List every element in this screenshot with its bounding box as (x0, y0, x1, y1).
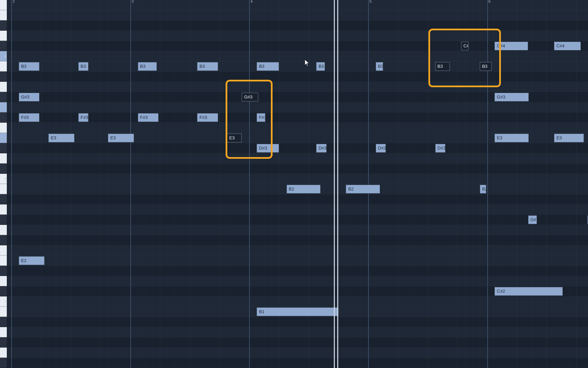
piano-key[interactable] (0, 348, 7, 358)
midi-note[interactable]: B2 (287, 185, 321, 194)
midi-note[interactable]: B3 (197, 62, 218, 71)
piano-key[interactable] (0, 31, 7, 41)
midi-note[interactable]: D#3 (435, 144, 446, 153)
midi-note[interactable]: B3 (316, 62, 325, 71)
grid-row[interactable] (7, 327, 588, 337)
piano-key[interactable] (0, 317, 7, 327)
grid-row[interactable] (7, 235, 588, 245)
midi-note[interactable]: B3 (78, 62, 89, 71)
piano-key[interactable] (0, 10, 7, 20)
piano-key[interactable] (0, 41, 7, 51)
note-grid[interactable]: 23456B3B3B3B3B3B3B3B3B3C#C#4C#4G#3G#3G#3… (7, 0, 588, 368)
piano-key[interactable] (0, 307, 7, 317)
piano-key[interactable] (0, 102, 7, 112)
grid-row[interactable] (7, 337, 588, 348)
grid-row[interactable] (7, 204, 588, 215)
midi-note[interactable]: B2 (480, 185, 487, 194)
piano-key[interactable] (0, 133, 7, 143)
piano-key[interactable] (0, 204, 7, 215)
grid-row[interactable] (7, 102, 588, 112)
midi-note[interactable]: D#3 (257, 144, 279, 153)
piano-key[interactable] (0, 153, 7, 164)
grid-row[interactable] (7, 72, 588, 82)
grid-row[interactable] (7, 143, 588, 153)
grid-row[interactable] (7, 112, 588, 123)
piano-key[interactable] (0, 112, 7, 123)
piano-key[interactable] (0, 327, 7, 337)
midi-note[interactable]: D#3 (376, 144, 386, 153)
midi-note[interactable]: C#4 (554, 42, 581, 50)
piano-key[interactable] (0, 72, 7, 82)
grid-row[interactable] (7, 296, 588, 307)
grid-row[interactable] (7, 194, 588, 204)
midi-note[interactable]: B3 (376, 62, 383, 71)
piano-key[interactable] (0, 358, 7, 368)
midi-note[interactable]: E2 (19, 256, 45, 265)
midi-note[interactable]: C#2 (494, 287, 563, 296)
grid-row[interactable] (7, 123, 588, 133)
midi-note[interactable]: D#3 (316, 144, 327, 153)
midi-note[interactable]: B1 (257, 307, 338, 316)
grid-row[interactable] (7, 82, 588, 92)
midi-note[interactable]: E3 (554, 134, 584, 142)
grid-row[interactable] (7, 348, 588, 358)
piano-key[interactable] (0, 82, 7, 92)
midi-note[interactable]: F#3 (19, 113, 39, 122)
grid-row[interactable] (7, 266, 588, 276)
piano-key[interactable] (0, 61, 7, 72)
piano-key[interactable] (0, 164, 7, 174)
piano-roll[interactable]: 432 23456B3B3B3B3B3B3B3B3B3C#C#4C#4G#3G#… (0, 0, 588, 368)
grid-row[interactable] (7, 358, 588, 368)
piano-key[interactable] (0, 225, 7, 235)
midi-note[interactable]: B3 (435, 62, 450, 71)
piano-key[interactable] (0, 92, 7, 102)
midi-note[interactable]: F#3 (257, 113, 265, 122)
piano-keys-gutter[interactable]: 432 (0, 0, 7, 368)
midi-note[interactable]: F#3 (197, 113, 218, 122)
piano-key[interactable] (0, 245, 7, 256)
grid-row[interactable] (7, 256, 588, 266)
midi-note[interactable]: B3 (138, 62, 157, 71)
grid-row[interactable] (7, 174, 588, 184)
midi-note[interactable]: B3 (19, 62, 39, 71)
piano-key[interactable] (0, 184, 7, 194)
midi-note[interactable]: G#3 (494, 93, 529, 102)
grid-row[interactable] (7, 153, 588, 164)
grid-row[interactable] (7, 31, 588, 41)
grid-row[interactable] (7, 245, 588, 256)
grid-row[interactable] (7, 51, 588, 61)
midi-note[interactable]: E3 (494, 134, 529, 142)
grid-row[interactable] (7, 215, 588, 225)
midi-note[interactable]: C#4 (494, 42, 528, 50)
piano-key[interactable] (0, 0, 7, 10)
piano-key[interactable] (0, 123, 7, 133)
piano-key[interactable] (0, 235, 7, 245)
grid-row[interactable] (7, 61, 588, 72)
piano-key[interactable] (0, 143, 7, 153)
midi-note[interactable]: F#3 (138, 113, 159, 122)
grid-row[interactable] (7, 0, 588, 10)
piano-key[interactable] (0, 20, 7, 31)
grid-row[interactable] (7, 20, 588, 31)
piano-key[interactable] (0, 194, 7, 204)
grid-row[interactable] (7, 10, 588, 20)
midi-note[interactable]: E3 (108, 134, 134, 142)
grid-row[interactable] (7, 164, 588, 174)
midi-note[interactable]: B3 (257, 62, 279, 71)
piano-key[interactable] (0, 337, 7, 348)
midi-note[interactable]: F#3 (78, 113, 89, 122)
grid-row[interactable] (7, 276, 588, 286)
piano-key[interactable] (0, 215, 7, 225)
grid-row[interactable] (7, 317, 588, 327)
piano-key[interactable] (0, 276, 7, 286)
piano-key[interactable] (0, 256, 7, 266)
midi-note[interactable]: G#3 (19, 93, 39, 102)
midi-note[interactable]: E3 (48, 134, 74, 142)
piano-key[interactable] (0, 266, 7, 276)
midi-note[interactable]: G#2 (528, 215, 537, 224)
midi-note[interactable]: B3 (480, 62, 492, 71)
midi-note[interactable]: C# (461, 42, 469, 50)
piano-key[interactable] (0, 286, 7, 296)
midi-note[interactable]: E3 (227, 134, 242, 142)
midi-note[interactable]: B2 (346, 185, 380, 194)
